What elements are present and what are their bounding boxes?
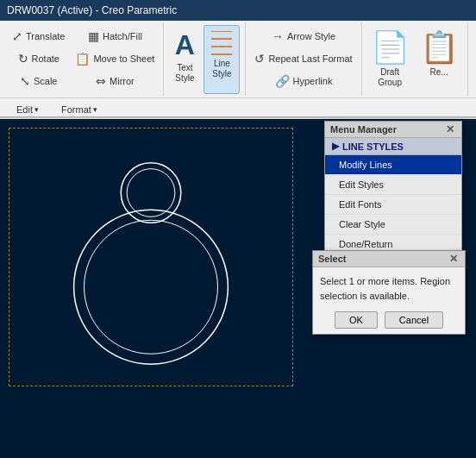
translate-label: Translate [26,31,65,42]
select-dialog-title: Select [318,254,346,264]
review-icon: 📋 [420,28,459,66]
ribbon-tabs: Edit ▾ Format ▾ [0,98,476,117]
rotate-icon: ↻ [18,52,28,66]
edit-chevron-icon: ▾ [34,105,39,114]
draft-ribbon-group: 📄 DraftGroup 📋 Re... [362,22,468,96]
menu-item-modify-lines[interactable]: Modify Lines [325,155,461,175]
svg-point-0 [121,163,181,223]
select-cancel-button[interactable]: Cancel [385,311,443,329]
move-sheet-label: Move to Sheet [93,53,154,65]
hyperlink-label: Hyperlink [293,76,333,87]
line-style-label: LineStyle [212,59,231,79]
hatch-fill-button[interactable]: ▦ Hatch/Fill [72,27,158,47]
tab-edit[interactable]: Edit ▾ [7,102,48,116]
move-to-sheet-button[interactable]: 📋 Move to Sheet [72,49,158,70]
clear-style-label: Clear Style [339,219,385,229]
arrow-col: → Arrow Style ↺ Repeat Last Format 🔗 Hyp… [251,27,355,92]
select-dialog-header: Select ✕ [313,251,465,267]
title-bar: DRW0037 (Active) - Creo Parametric [0,0,476,21]
arrow-style-label: Arrow Style [287,31,335,42]
hatch-fill-icon: ▦ [88,29,99,44]
select-ok-button[interactable]: OK [335,311,378,329]
menu-manager-close-button[interactable]: ✕ [444,124,456,135]
title-text: DRW0037 (Active) - Creo Parametric [7,4,177,16]
edit-col-2: ▦ Hatch/Fill 📋 Move to Sheet ⇔ Mirror [72,27,158,92]
menu-manager-header: Menu Manager ✕ [325,122,461,138]
review-button[interactable]: 📋 Re... [416,25,462,94]
draft-group-icon: 📄 [371,28,410,66]
scale-icon: ⤡ [20,74,30,89]
edit-col-1: ⤢ Translate ↻ Rotate ⤡ Scale [9,27,68,92]
tab-format[interactable]: Format ▾ [52,102,107,116]
select-dialog-close-button[interactable]: ✕ [448,254,460,264]
translate-icon: ⤢ [12,29,22,44]
line-style-icon [208,29,235,57]
hyperlink-button[interactable]: 🔗 Hyperlink [251,72,355,92]
arrow-format-group: → Arrow Style ↺ Repeat Last Format 🔗 Hyp… [246,22,361,96]
mirror-label: Mirror [110,76,135,87]
menu-item-clear-style[interactable]: Clear Style [325,215,461,235]
hatch-fill-label: Hatch/Fill [103,31,142,42]
svg-point-3 [85,220,218,354]
repeat-format-label: Repeat Last Format [268,53,352,65]
line-style-button[interactable]: LineStyle [204,25,240,94]
menu-section-header: ▶ LINE STYLES [325,138,461,155]
menu-manager: Menu Manager ✕ ▶ LINE STYLES Modify Line… [324,121,462,255]
select-dialog: Select ✕ Select 1 or more items. Region … [312,250,466,335]
text-style-icon: A [175,28,195,61]
menu-section-title: LINE STYLES [342,141,404,152]
menu-manager-title: Menu Manager [330,124,397,135]
text-style-button[interactable]: A TextStyle [169,25,200,94]
text-style-label: TextStyle [175,63,194,84]
scale-button[interactable]: ⤡ Scale [9,72,68,92]
scale-label: Scale [34,76,58,87]
arrow-style-icon: → [272,29,284,44]
select-dialog-body: Select 1 or more items. Region selection… [313,267,465,306]
edit-fonts-label: Edit Fonts [339,199,382,210]
canvas-area: Menu Manager ✕ ▶ LINE STYLES Modify Line… [0,119,476,458]
select-dialog-message: Select 1 or more items. Region selection… [320,276,450,301]
select-dialog-buttons: OK Cancel [313,306,465,334]
draft-group-label: DraftGroup [378,67,402,88]
drawing-canvas [9,128,293,386]
repeat-last-format-button[interactable]: ↺ Repeat Last Format [251,49,355,70]
ribbon: ⤢ Translate ↻ Rotate ⤡ Scale ▦ Hatch/Fil… [0,21,476,118]
translate-button[interactable]: ⤢ Translate [9,27,68,47]
edit-tab-label: Edit ▾ [16,104,39,115]
review-label: Re... [430,67,448,78]
rotate-button[interactable]: ↻ Rotate [9,49,68,70]
menu-item-edit-styles[interactable]: Edit Styles [325,175,461,195]
drawing-svg [9,129,292,386]
hyperlink-icon: 🔗 [275,74,290,89]
repeat-format-icon: ↺ [254,52,265,66]
done-return-label: Done/Return [339,239,392,249]
ribbon-toolbar: ⤢ Translate ↻ Rotate ⤡ Scale ▦ Hatch/Fil… [0,21,476,98]
svg-point-2 [74,210,229,364]
format-chevron-icon: ▾ [93,105,97,114]
mirror-button[interactable]: ⇔ Mirror [72,72,158,92]
section-triangle-icon: ▶ [332,141,339,152]
menu-item-edit-fonts[interactable]: Edit Fonts [325,195,461,215]
format-tab-label: Format ▾ [61,104,97,115]
modify-lines-label: Modify Lines [339,160,392,170]
text-line-group: A TextStyle LineStyle [164,22,246,96]
rotate-label: Rotate [32,53,60,65]
mirror-icon: ⇔ [96,74,106,89]
move-sheet-icon: 📋 [75,52,90,66]
arrow-style-button[interactable]: → Arrow Style [251,27,355,47]
edit-styles-label: Edit Styles [339,179,384,190]
draft-group-button[interactable]: 📄 DraftGroup [367,25,413,94]
edit-ribbon-group: ⤢ Translate ↻ Rotate ⤡ Scale ▦ Hatch/Fil… [3,22,164,96]
